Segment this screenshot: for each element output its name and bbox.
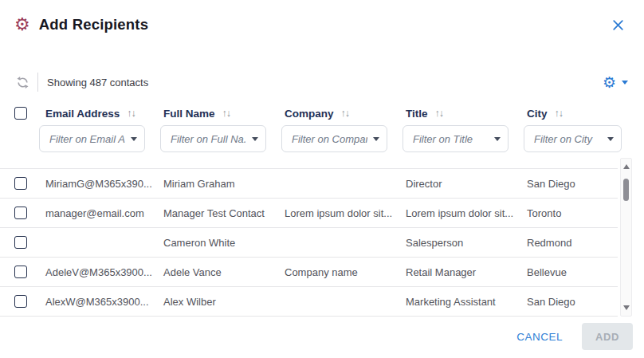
filter-input-title[interactable] bbox=[402, 125, 509, 152]
column-header-company: Company ↑↓ bbox=[281, 108, 402, 120]
select-all-cell bbox=[0, 107, 39, 120]
cell-company: Lorem ipsum dolor sit... bbox=[281, 207, 402, 219]
table-header-row: Email Address ↑↓ Full Name ↑↓ Company ↑↓… bbox=[0, 107, 644, 120]
dialog-header: ⚙ Add Recipients bbox=[14, 11, 631, 38]
cell-email: manager@email.com bbox=[39, 207, 160, 219]
row-checkbox[interactable] bbox=[14, 236, 27, 249]
column-header-title: Title ↑↓ bbox=[402, 108, 524, 120]
filter-row bbox=[0, 125, 644, 152]
divider bbox=[37, 73, 38, 92]
sort-icon[interactable]: ↑↓ bbox=[435, 108, 444, 119]
gear-icon: ⚙ bbox=[603, 75, 616, 90]
cell-company: Company name bbox=[281, 266, 402, 278]
vertical-scrollbar[interactable] bbox=[620, 158, 632, 317]
filter-input-email[interactable] bbox=[39, 125, 145, 152]
dialog-title: Add Recipients bbox=[39, 16, 148, 33]
scroll-up-icon[interactable] bbox=[623, 164, 630, 169]
scroll-down-icon[interactable] bbox=[623, 305, 630, 310]
cell-city: Redmond bbox=[524, 237, 618, 249]
cell-city: Bellevue bbox=[524, 266, 618, 278]
cell-full-name: Adele Vance bbox=[160, 266, 281, 278]
add-button[interactable]: ADD bbox=[582, 323, 633, 350]
cancel-button[interactable]: CANCEL bbox=[516, 331, 563, 343]
row-checkbox[interactable] bbox=[14, 266, 27, 278]
filter-city bbox=[524, 125, 622, 152]
column-label: Title bbox=[406, 108, 428, 120]
table-row: Cameron White Salesperson Redmond bbox=[0, 228, 618, 258]
cell-full-name: Cameron White bbox=[160, 237, 281, 249]
cell-full-name: Manager Test Contact bbox=[160, 207, 281, 219]
scrollbar-thumb[interactable] bbox=[623, 179, 629, 201]
filter-input-city[interactable] bbox=[524, 125, 622, 152]
filter-input-full-name[interactable] bbox=[160, 125, 266, 152]
filter-full-name bbox=[160, 125, 266, 152]
refresh-icon[interactable] bbox=[16, 76, 29, 89]
table-row: AlexW@M365x3900... Alex Wilber Marketing… bbox=[0, 287, 618, 317]
sort-icon[interactable]: ↑↓ bbox=[555, 108, 564, 119]
column-label: Email Address bbox=[45, 108, 120, 120]
cell-full-name: Alex Wilber bbox=[160, 296, 281, 308]
chevron-down-icon bbox=[622, 81, 628, 85]
table-row: AdeleV@M365x3900... Adele Vance Company … bbox=[0, 258, 618, 287]
cell-title: Retail Manager bbox=[402, 266, 524, 278]
filter-email bbox=[39, 125, 145, 152]
row-checkbox[interactable] bbox=[14, 177, 27, 190]
column-header-full-name: Full Name ↑↓ bbox=[160, 108, 281, 120]
table-body: MiriamG@M365x390... Miriam Graham Direct… bbox=[0, 168, 618, 317]
column-header-city: City ↑↓ bbox=[524, 108, 644, 120]
column-settings-button[interactable]: ⚙ bbox=[603, 75, 628, 90]
column-label: Full Name bbox=[163, 108, 215, 120]
table-row: MiriamG@M365x390... Miriam Graham Direct… bbox=[0, 169, 618, 199]
cell-title: Marketing Assistant bbox=[402, 296, 524, 308]
cell-email: MiriamG@M365x390... bbox=[39, 178, 160, 190]
cell-email: AlexW@M365x3900... bbox=[39, 296, 160, 308]
column-label: City bbox=[527, 108, 548, 120]
cell-title: Salesperson bbox=[402, 237, 524, 249]
cell-full-name: Miriam Graham bbox=[160, 178, 281, 190]
column-header-email: Email Address ↑↓ bbox=[39, 108, 160, 120]
sort-icon[interactable]: ↑↓ bbox=[222, 108, 231, 119]
filter-input-company[interactable] bbox=[281, 125, 387, 152]
select-all-checkbox[interactable] bbox=[14, 107, 27, 120]
sort-icon[interactable]: ↑↓ bbox=[341, 108, 350, 119]
status-text: Showing 487 contacts bbox=[47, 77, 148, 89]
sort-icon[interactable]: ↑↓ bbox=[127, 108, 135, 119]
table-row: manager@email.com Manager Test Contact L… bbox=[0, 199, 618, 228]
cell-title: Lorem ipsum dolor sit... bbox=[402, 207, 524, 219]
filter-title bbox=[402, 125, 509, 152]
cell-city: San Diego bbox=[524, 296, 618, 308]
filter-company bbox=[281, 125, 387, 152]
row-checkbox[interactable] bbox=[14, 295, 27, 308]
row-checkbox[interactable] bbox=[14, 207, 27, 219]
cell-city: Toronto bbox=[524, 207, 618, 219]
add-recipients-dialog: ⚙ Add Recipients Showing 487 contacts ⚙ bbox=[0, 0, 644, 358]
gear-icon: ⚙ bbox=[14, 16, 30, 33]
dialog-footer: CANCEL ADD bbox=[516, 322, 633, 351]
cell-title: Director bbox=[402, 178, 524, 190]
toolbar: Showing 487 contacts ⚙ bbox=[16, 70, 628, 94]
cell-email: AdeleV@M365x3900... bbox=[39, 266, 160, 278]
cell-city: San Diego bbox=[524, 178, 618, 190]
column-label: Company bbox=[285, 108, 334, 120]
close-icon[interactable] bbox=[608, 15, 628, 35]
